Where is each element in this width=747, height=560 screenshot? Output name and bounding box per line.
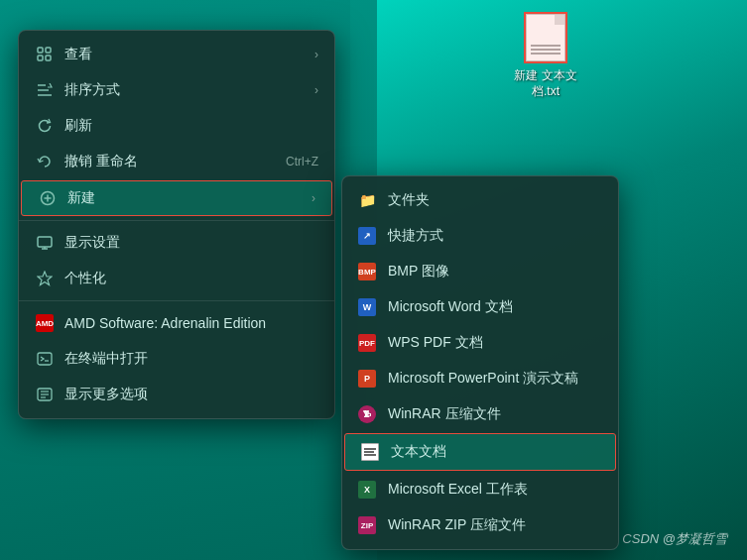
shortcut-icon: ↗	[356, 225, 378, 247]
menu-more-label: 显示更多选项	[64, 386, 318, 403]
zip-icon: ZIP	[356, 514, 378, 536]
excel-icon: X	[356, 479, 378, 501]
terminal-icon	[35, 349, 55, 369]
refresh-icon	[35, 116, 55, 136]
menu-terminal-label: 在终端中打开	[64, 350, 318, 368]
svg-rect-2	[38, 56, 43, 60]
new-arrow-icon: ›	[311, 191, 315, 205]
desktop: CSDN @梦凝哲雪 新建 文本文 档.txt	[0, 0, 747, 560]
menu-item-refresh[interactable]: 刷新	[19, 108, 334, 144]
menu-item-terminal[interactable]: 在终端中打开	[19, 341, 334, 377]
icon-label: 新建 文本文 档.txt	[506, 68, 585, 99]
submenu-excel-label: Microsoft Excel 工作表	[388, 481, 528, 499]
menu-undo-shortcut: Ctrl+Z	[286, 155, 318, 168]
submenu-rar-label: WinRAR 压缩文件	[388, 405, 501, 423]
context-menu: 查看 › 排序方式 › 刷新	[18, 30, 335, 419]
menu-amd-label: AMD Software: Adrenalin Edition	[64, 315, 318, 331]
icon-wrapper	[526, 14, 565, 61]
sort-icon	[35, 80, 55, 100]
submenu-item-folder[interactable]: 📁 文件夹	[342, 182, 618, 218]
folder-icon: 📁	[356, 189, 378, 211]
menu-divider-1	[19, 220, 334, 221]
submenu-item-bmp[interactable]: BMP BMP 图像	[342, 254, 618, 289]
sort-arrow-icon: ›	[314, 83, 318, 97]
menu-item-personalize[interactable]: 个性化	[19, 261, 334, 296]
menu-item-undo[interactable]: 撤销 重命名 Ctrl+Z	[19, 144, 334, 179]
watermark: CSDN @梦凝哲雪	[622, 530, 727, 548]
svg-rect-3	[46, 56, 51, 60]
submenu-item-ppt[interactable]: P Microsoft PowerPoint 演示文稿	[342, 361, 618, 396]
txt-icon	[359, 441, 381, 463]
menu-sort-label: 排序方式	[64, 81, 307, 99]
personalize-icon	[35, 269, 55, 288]
display-icon	[35, 233, 55, 253]
menu-refresh-label: 刷新	[64, 117, 318, 135]
amd-icon: AMD	[35, 313, 55, 333]
menu-item-view[interactable]: 查看 ›	[19, 37, 334, 72]
desktop-icon-txt[interactable]: 新建 文本文 档.txt	[506, 14, 585, 99]
view-arrow-icon: ›	[314, 48, 318, 61]
txt-file-icon	[526, 14, 565, 61]
submenu: 📁 文件夹 ↗ 快捷方式 BMP BMP 图像	[341, 175, 619, 550]
menu-undo-label: 撤销 重命名	[64, 153, 286, 170]
rar-icon: 🗜	[356, 403, 378, 425]
svg-rect-10	[38, 237, 52, 247]
menu-item-new[interactable]: 新建 › 📁 文件夹 ↗ 快捷方式	[21, 180, 332, 216]
submenu-shortcut-label: 快捷方式	[388, 227, 443, 245]
menu-item-display[interactable]: 显示设置	[19, 225, 334, 261]
undo-icon	[35, 152, 55, 171]
menu-display-label: 显示设置	[64, 234, 318, 252]
menu-new-label: 新建	[67, 189, 304, 207]
bmp-icon: BMP	[356, 261, 378, 282]
submenu-word-label: Microsoft Word 文档	[388, 298, 513, 316]
submenu-folder-label: 文件夹	[388, 191, 430, 209]
menu-divider-2	[19, 300, 334, 301]
submenu-zip-label: WinRAR ZIP 压缩文件	[388, 516, 526, 534]
submenu-txt-label: 文本文档	[391, 443, 446, 461]
new-icon	[38, 188, 58, 208]
submenu-item-shortcut[interactable]: ↗ 快捷方式	[342, 218, 618, 254]
svg-rect-0	[38, 48, 43, 53]
wps-pdf-icon: PDF	[356, 332, 378, 354]
submenu-item-word[interactable]: W Microsoft Word 文档	[342, 289, 618, 325]
submenu-bmp-label: BMP 图像	[388, 263, 449, 280]
submenu-item-excel[interactable]: X Microsoft Excel 工作表	[342, 472, 618, 507]
more-icon	[35, 385, 55, 404]
submenu-item-wps-pdf[interactable]: PDF WPS PDF 文档	[342, 325, 618, 361]
submenu-item-rar[interactable]: 🗜 WinRAR 压缩文件	[342, 396, 618, 432]
submenu-item-zip[interactable]: ZIP WinRAR ZIP 压缩文件	[342, 507, 618, 543]
word-icon: W	[356, 296, 378, 318]
menu-item-sort[interactable]: 排序方式 ›	[19, 72, 334, 108]
menu-personalize-label: 个性化	[64, 270, 318, 287]
menu-view-label: 查看	[64, 46, 307, 63]
view-icon	[35, 45, 55, 64]
submenu-ppt-label: Microsoft PowerPoint 演示文稿	[388, 370, 578, 388]
submenu-wps-pdf-label: WPS PDF 文档	[388, 334, 483, 352]
submenu-item-txt[interactable]: 文本文档	[344, 433, 616, 471]
svg-rect-1	[46, 48, 51, 53]
menu-item-more[interactable]: 显示更多选项	[19, 377, 334, 412]
menu-item-amd[interactable]: AMD AMD Software: Adrenalin Edition	[19, 305, 334, 341]
ppt-icon: P	[356, 368, 378, 390]
